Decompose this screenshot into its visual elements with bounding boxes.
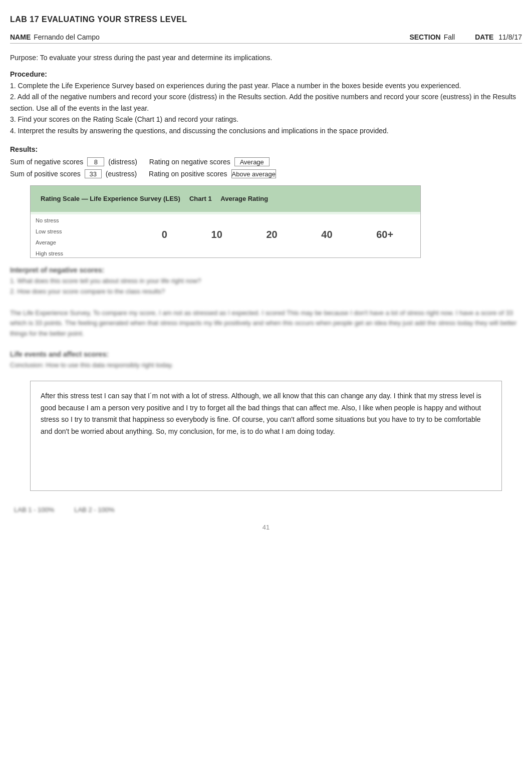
blurred-text-3: Conclusion: How to use this data respons… xyxy=(10,360,522,371)
name-value: Fernando del Campo xyxy=(34,33,409,41)
blurred-section-1: Interpret of negative scores: 1. What do… xyxy=(10,263,522,300)
blurred-text-2a: The Life Experience Survey, To compare m… xyxy=(10,308,522,339)
results-block: Sum of negative scores 8 (distress) Rati… xyxy=(10,157,522,178)
chart-right: 0 10 20 40 60+ xyxy=(140,215,415,254)
negative-parens: (distress) xyxy=(108,158,137,166)
procedure-step-3: 3. Find your scores on the Rating Scale … xyxy=(10,114,522,125)
procedure-step-4: 4. Interpret the results by answering th… xyxy=(10,125,522,136)
chart-num-2: 20 xyxy=(266,229,277,240)
negative-score-box: 8 xyxy=(87,157,104,166)
positive-parens: (eustress) xyxy=(106,170,137,178)
procedure-title: Procedure: xyxy=(10,70,522,78)
positive-score-box: 33 xyxy=(85,169,102,178)
page-number: 41 xyxy=(10,524,522,531)
positive-rating-box: Above average xyxy=(231,169,276,178)
footer-item-2: LAB 2 - 100% xyxy=(74,506,114,513)
page-title: LAB 17 EVALUATING YOUR STRESS LEVEL xyxy=(10,15,522,24)
negative-rating-label: Rating on negative scores xyxy=(149,158,230,166)
negative-rating-box: Average xyxy=(234,157,270,166)
negative-scores-row: Sum of negative scores 8 (distress) Rati… xyxy=(10,157,522,166)
chart-num-0: 0 xyxy=(162,229,167,240)
footer-row: LAB 1 - 100% LAB 2 - 100% xyxy=(10,506,522,513)
negative-label: Sum of negative scores xyxy=(10,158,83,166)
section-label: SECTION xyxy=(409,33,440,41)
procedure-step-1: 1. Complete the Life Experience Survey b… xyxy=(10,80,522,91)
purpose-text: Purpose: To evaluate your stress during … xyxy=(10,53,522,63)
blurred-heading-3: Life events and affect scores: xyxy=(10,350,522,358)
positive-scores-row: Sum of positive scores 33 (eustress) Rat… xyxy=(10,169,522,178)
footer-item-1: LAB 1 - 100% xyxy=(14,506,54,513)
positive-label: Sum of positive scores xyxy=(10,170,81,178)
name-label: NAME xyxy=(10,33,31,41)
chart-header: Rating Scale — Life Experience Survey (L… xyxy=(31,186,420,212)
chart-header-text: Rating Scale — Life Experience Survey (L… xyxy=(36,195,415,202)
positive-rating-label: Rating on positive scores xyxy=(149,170,227,178)
date-label: DATE xyxy=(475,33,493,41)
blurred-text-1b: 2. How does your score compare to the cl… xyxy=(10,287,522,297)
section-value: Fall xyxy=(444,33,455,41)
chart-area: Rating Scale — Life Experience Survey (L… xyxy=(30,185,421,258)
results-title: Results: xyxy=(10,145,522,153)
chart-label-0: No stress xyxy=(36,215,136,226)
date-value: 11/8/17 xyxy=(498,33,522,41)
chart-num-3: 40 xyxy=(321,229,332,240)
chart-num-1: 10 xyxy=(211,229,222,240)
blurred-heading-1: Interpret of negative scores: xyxy=(10,266,522,274)
chart-num-4: 60+ xyxy=(376,229,393,240)
chart-left: No stress Low stress Average High stress… xyxy=(36,215,136,254)
procedure-step-2: 2. Add all of the negative numbers and r… xyxy=(10,91,522,114)
blurred-section-3: Life events and affect scores: Conclusio… xyxy=(10,347,522,374)
chart-body: No stress Low stress Average High stress… xyxy=(31,212,420,257)
procedure-list: 1. Complete the Life Experience Survey b… xyxy=(10,80,522,136)
blurred-text-1a: 1. What does this score tell you about s… xyxy=(10,276,522,287)
blurred-section-2: The Life Experience Survey, To compare m… xyxy=(10,305,522,342)
chart-label-2: Average xyxy=(36,237,136,248)
conclusion-text: After this stress test I can say that I´… xyxy=(41,392,481,435)
chart-label-1: Low stress xyxy=(36,226,136,237)
name-row: NAME Fernando del Campo SECTION Fall DAT… xyxy=(10,33,522,44)
chart-label-3: High stress xyxy=(36,248,136,258)
conclusion-box: After this stress test I can say that I´… xyxy=(30,381,502,491)
